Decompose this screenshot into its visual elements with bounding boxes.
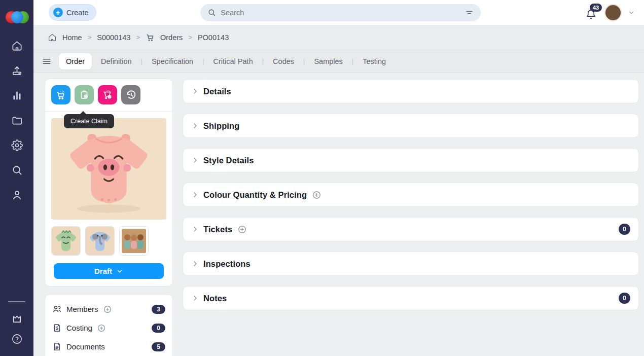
- chevron-down-icon: [116, 268, 123, 275]
- filter-icon[interactable]: [465, 8, 474, 17]
- topbar: + Create 43: [33, 0, 644, 25]
- order-side-panel: Create Claim: [45, 79, 173, 356]
- search-bar[interactable]: [200, 4, 481, 21]
- members-icon: [52, 304, 62, 314]
- menu-icon[interactable]: [42, 56, 52, 66]
- tab-separator: |: [202, 57, 204, 65]
- tab-separator: |: [262, 57, 264, 65]
- tab-testing[interactable]: Testing: [355, 53, 393, 69]
- chevron-right-icon: [191, 260, 199, 268]
- section-title: Inspections: [203, 259, 251, 269]
- breadcrumb-style[interactable]: S0000143: [97, 33, 130, 42]
- section-shipping[interactable]: Shipping: [183, 114, 639, 138]
- cart-add-button[interactable]: [51, 85, 70, 104]
- main-column: + Create 43 Home: [33, 0, 644, 356]
- add-icon[interactable]: [237, 225, 247, 234]
- home-breadcrumb-icon[interactable]: [48, 33, 57, 42]
- settings-gear-icon[interactable]: [11, 139, 23, 151]
- add-member-icon[interactable]: [103, 305, 112, 314]
- create-button[interactable]: + Create: [49, 4, 96, 21]
- breadcrumb-separator: >: [136, 33, 140, 41]
- sidebar: [0, 0, 33, 356]
- documents-count-badge: 5: [152, 342, 165, 351]
- order-actions: [51, 85, 166, 104]
- add-costing-icon[interactable]: [97, 324, 106, 333]
- home-icon[interactable]: [11, 40, 23, 52]
- tab-definition[interactable]: Definition: [94, 53, 138, 69]
- thumbnail-green-onesie[interactable]: [51, 226, 81, 256]
- notifications-button[interactable]: 43: [585, 5, 598, 20]
- chevron-right-icon: [191, 122, 199, 130]
- section-title: Tickets: [203, 225, 232, 234]
- breadcrumb: Home > S0000143 > Orders > PO00143: [33, 25, 644, 50]
- logo-blue-circle: [11, 11, 23, 23]
- tab-specification[interactable]: Specification: [145, 53, 200, 69]
- thumbnail-strip: [51, 226, 166, 256]
- divider: [45, 111, 172, 112]
- product-main-image[interactable]: [51, 118, 166, 220]
- breadcrumb-separator: >: [88, 33, 92, 41]
- members-count-badge: 3: [152, 305, 165, 314]
- tab-separator: |: [141, 57, 142, 65]
- section-title: Shipping: [203, 121, 239, 131]
- user-avatar[interactable]: [604, 4, 622, 21]
- tab-order[interactable]: Order: [59, 53, 92, 69]
- order-summary-card: Create Claim: [45, 79, 173, 287]
- tab-codes[interactable]: Codes: [266, 53, 301, 69]
- section-inspections[interactable]: Inspections: [183, 252, 639, 276]
- chevron-right-icon: [191, 87, 199, 95]
- section-tickets[interactable]: Tickets 0: [183, 217, 639, 241]
- tickets-count-badge: 0: [619, 224, 630, 235]
- create-claim-button[interactable]: [75, 85, 94, 104]
- chevron-right-icon: [191, 225, 199, 233]
- history-button[interactable]: [121, 85, 140, 104]
- profile-icon[interactable]: [11, 189, 23, 201]
- search-input[interactable]: [221, 9, 460, 17]
- section-style-details[interactable]: Style Details: [183, 148, 639, 172]
- notes-count-badge: 0: [619, 293, 630, 304]
- search-icon: [207, 8, 216, 17]
- breadcrumb-orders[interactable]: Orders: [160, 33, 183, 42]
- section-title: Notes: [203, 294, 227, 303]
- factory-icon[interactable]: [11, 312, 23, 325]
- tab-bar: Order Definition | Specification | Criti…: [33, 50, 644, 73]
- chevron-down-icon[interactable]: [628, 9, 635, 16]
- chevron-right-icon: [191, 294, 199, 302]
- section-details[interactable]: Details: [183, 79, 639, 103]
- tab-critical-path[interactable]: Critical Path: [206, 53, 260, 69]
- sidebar-divider: [8, 301, 25, 302]
- tooltip-text: Create Claim: [70, 118, 108, 125]
- order-links-card: Members 3 Costing 0 Documents 5: [45, 294, 173, 356]
- help-icon[interactable]: [11, 333, 23, 345]
- content-area: Create Claim: [33, 73, 644, 356]
- members-row[interactable]: Members 3: [51, 300, 166, 318]
- section-title: Style Details: [203, 156, 254, 165]
- add-icon[interactable]: [312, 190, 321, 200]
- upload-icon[interactable]: [11, 64, 23, 77]
- thumbnail-blue-onesie[interactable]: [85, 226, 115, 256]
- status-dropdown-button[interactable]: Draft: [54, 263, 164, 279]
- tab-samples[interactable]: Samples: [307, 53, 349, 69]
- app-logo[interactable]: [6, 10, 28, 24]
- breadcrumb-separator: >: [188, 33, 192, 41]
- cancel-order-button[interactable]: [98, 85, 117, 104]
- sidebar-bottom: [8, 301, 25, 353]
- sidebar-nav: [11, 40, 23, 201]
- analytics-icon[interactable]: [11, 89, 23, 101]
- costing-label: Costing: [66, 324, 92, 332]
- breadcrumb-home[interactable]: Home: [62, 33, 82, 42]
- documents-row[interactable]: Documents 5: [51, 337, 166, 356]
- chevron-right-icon: [191, 156, 199, 164]
- breadcrumb-po[interactable]: PO00143: [198, 33, 229, 42]
- tooltip: Create Claim: [64, 114, 114, 128]
- costing-row[interactable]: Costing 0: [51, 318, 166, 337]
- folder-icon[interactable]: [11, 114, 23, 126]
- search-nav-icon[interactable]: [11, 164, 23, 176]
- thumbnail-babies-photo[interactable]: [119, 226, 149, 256]
- cart-breadcrumb-icon: [146, 33, 155, 42]
- section-title: Details: [203, 87, 231, 96]
- section-notes[interactable]: Notes 0: [183, 286, 639, 310]
- create-button-label: Create: [66, 9, 89, 17]
- section-colour-quantity-pricing[interactable]: Colour Quantity & Pricing: [183, 183, 639, 207]
- plus-icon: +: [53, 8, 63, 17]
